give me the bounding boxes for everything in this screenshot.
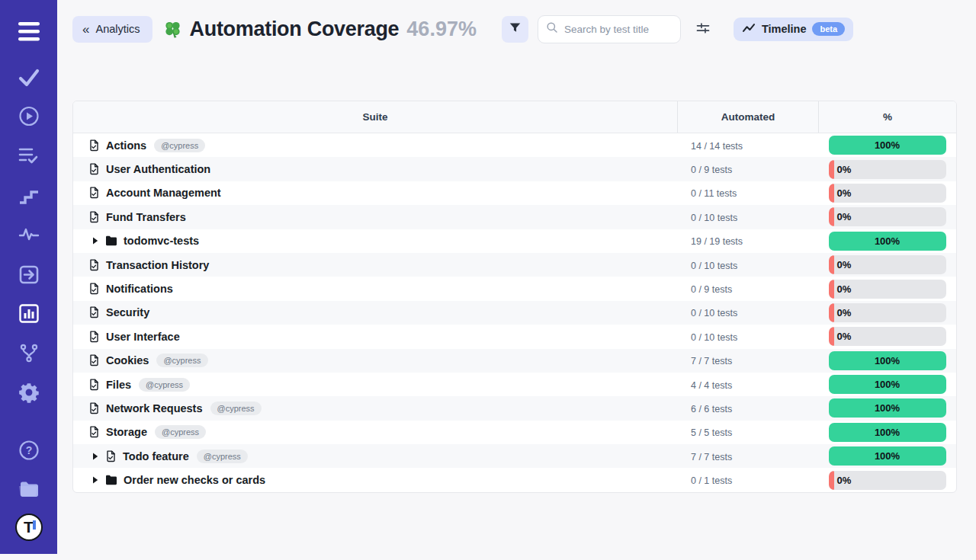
table-row[interactable]: Notifications 0 / 9 tests 0% bbox=[73, 277, 956, 300]
percent-bar-full: 100% bbox=[829, 423, 946, 442]
automated-count: 0 / 9 tests bbox=[691, 165, 732, 175]
automated-count: 6 / 6 tests bbox=[691, 404, 732, 414]
automated-count: 0 / 10 tests bbox=[691, 261, 737, 271]
percent-bar-zero: 0% bbox=[829, 471, 946, 490]
expand-caret-icon[interactable] bbox=[92, 476, 98, 484]
automated-cell: 7 / 7 tests bbox=[677, 354, 818, 367]
suite-name: Order new checks or cards bbox=[124, 474, 265, 486]
file-check-icon bbox=[88, 354, 100, 366]
display-settings-button[interactable] bbox=[692, 18, 714, 41]
suite-name: User Authentication bbox=[106, 163, 210, 175]
percent-cell: 100% bbox=[818, 351, 956, 370]
suite-cell: Network Requests @cypress bbox=[73, 402, 677, 415]
import-login-icon[interactable] bbox=[18, 264, 40, 285]
topbar: « Analytics Automation Coverage 46.97% T… bbox=[57, 0, 976, 69]
app-logo[interactable]: T bbox=[15, 514, 43, 541]
automated-count: 7 / 7 tests bbox=[691, 452, 732, 462]
search-icon bbox=[546, 21, 558, 37]
table-row[interactable]: Security 0 / 10 tests 0% bbox=[73, 301, 956, 325]
percent-label: 0% bbox=[837, 259, 852, 270]
table-row[interactable]: User Authentication 0 / 9 tests 0% bbox=[73, 157, 956, 181]
coverage-percent: 46.97% bbox=[406, 18, 477, 41]
back-label: Analytics bbox=[95, 23, 140, 35]
suite-name: Cookies bbox=[106, 354, 149, 366]
pulse-activity-icon[interactable] bbox=[18, 226, 40, 242]
percent-bar-full: 100% bbox=[829, 232, 946, 251]
projects-folder-icon[interactable] bbox=[18, 479, 40, 498]
analytics-chart-icon[interactable] bbox=[18, 303, 40, 324]
beta-badge: beta bbox=[812, 22, 845, 36]
automated-cell: 0 / 10 tests bbox=[677, 306, 818, 319]
automated-cell: 5 / 5 tests bbox=[677, 425, 818, 439]
automated-cell: 0 / 10 tests bbox=[677, 330, 818, 344]
table-row[interactable]: Account Management 0 / 11 tests 0% bbox=[73, 181, 956, 205]
test-plans-list-icon[interactable] bbox=[18, 146, 40, 166]
suite-cell: Account Management bbox=[73, 187, 677, 199]
search-box bbox=[538, 15, 681, 43]
coverage-table: Suite Automated % Actions @cypress 14 / … bbox=[72, 101, 957, 493]
suite-cell: User Interface bbox=[73, 331, 677, 343]
percent-red-chip bbox=[829, 280, 834, 299]
table-row[interactable]: Cookies @cypress 7 / 7 tests 100% bbox=[73, 349, 956, 373]
column-header-automated: Automated bbox=[677, 101, 818, 133]
file-check-icon bbox=[88, 187, 100, 199]
automated-count: 4 / 4 tests bbox=[691, 380, 732, 391]
automated-count: 14 / 14 tests bbox=[691, 141, 743, 152]
percent-label: 0% bbox=[837, 283, 852, 295]
steps-stairs-icon[interactable] bbox=[18, 187, 40, 205]
percent-label: 0% bbox=[837, 211, 852, 222]
suite-tag-badge: @cypress bbox=[154, 139, 205, 152]
suite-tag-badge: @cypress bbox=[155, 425, 206, 439]
percent-cell: 0% bbox=[818, 160, 956, 179]
search-input[interactable] bbox=[564, 24, 673, 35]
suite-name: Storage bbox=[106, 426, 147, 438]
automated-count: 5 / 5 tests bbox=[691, 427, 732, 438]
automated-cell: 7 / 7 tests bbox=[677, 450, 818, 463]
table-row[interactable]: User Interface 0 / 10 tests 0% bbox=[73, 325, 956, 348]
settings-gear-icon[interactable] bbox=[18, 382, 40, 403]
automated-cell: 6 / 6 tests bbox=[677, 402, 818, 415]
timeline-button[interactable]: Timeline beta bbox=[734, 18, 853, 41]
file-check-icon bbox=[88, 306, 100, 318]
file-check-icon bbox=[88, 259, 100, 271]
table-row[interactable]: Fund Transfers 0 / 10 tests 0% bbox=[73, 205, 956, 229]
percent-bar-zero: 0% bbox=[829, 303, 946, 322]
suite-cell: Notifications bbox=[73, 283, 677, 295]
table-row[interactable]: Storage @cypress 5 / 5 tests 100% bbox=[73, 421, 956, 444]
automated-cell: 19 / 19 tests bbox=[677, 234, 818, 248]
back-to-analytics-button[interactable]: « Analytics bbox=[72, 16, 152, 43]
percent-cell: 100% bbox=[818, 232, 956, 251]
percent-bar-zero: 0% bbox=[829, 327, 946, 346]
table-row[interactable]: Actions @cypress 14 / 14 tests 100% bbox=[73, 133, 956, 157]
expand-caret-icon[interactable] bbox=[92, 453, 98, 460]
timeline-label: Timeline bbox=[762, 23, 807, 35]
table-row[interactable]: todomvc-tests 19 / 19 tests 100% bbox=[73, 229, 956, 253]
table-row[interactable]: Network Requests @cypress 6 / 6 tests 10… bbox=[73, 396, 956, 420]
filter-button[interactable] bbox=[502, 16, 528, 43]
percent-bar-full: 100% bbox=[829, 375, 946, 394]
hamburger-menu-icon[interactable] bbox=[18, 21, 40, 42]
automated-cell: 0 / 9 tests bbox=[677, 162, 818, 176]
branches-git-icon[interactable] bbox=[18, 343, 39, 363]
runs-play-icon[interactable] bbox=[18, 106, 39, 126]
percent-bar-zero: 0% bbox=[829, 255, 946, 274]
file-check-icon bbox=[88, 163, 100, 175]
table-row[interactable]: Transaction History 0 / 10 tests 0% bbox=[73, 253, 956, 277]
clover-emoji-icon bbox=[162, 19, 183, 40]
funnel-icon bbox=[509, 21, 522, 37]
automated-cell: 14 / 14 tests bbox=[677, 139, 818, 152]
suite-tag-badge: @cypress bbox=[210, 402, 262, 415]
file-check-icon bbox=[88, 211, 100, 223]
table-header: Suite Automated % bbox=[73, 101, 956, 133]
table-row[interactable]: Order new checks or cards 0 / 1 tests 0% bbox=[73, 468, 956, 491]
tests-check-icon[interactable] bbox=[18, 69, 40, 87]
automated-count: 0 / 10 tests bbox=[691, 308, 737, 318]
table-row[interactable]: Todo feature @cypress 7 / 7 tests 100% bbox=[73, 444, 956, 468]
table-row[interactable]: Files @cypress 4 / 4 tests 100% bbox=[73, 373, 956, 396]
suite-cell: todomvc-tests bbox=[73, 235, 677, 247]
suite-name: todomvc-tests bbox=[124, 235, 199, 247]
help-question-icon[interactable]: ? bbox=[18, 440, 40, 461]
expand-caret-icon[interactable] bbox=[92, 237, 98, 245]
percent-bar-full: 100% bbox=[829, 398, 946, 418]
automated-cell: 0 / 11 tests bbox=[677, 186, 818, 200]
